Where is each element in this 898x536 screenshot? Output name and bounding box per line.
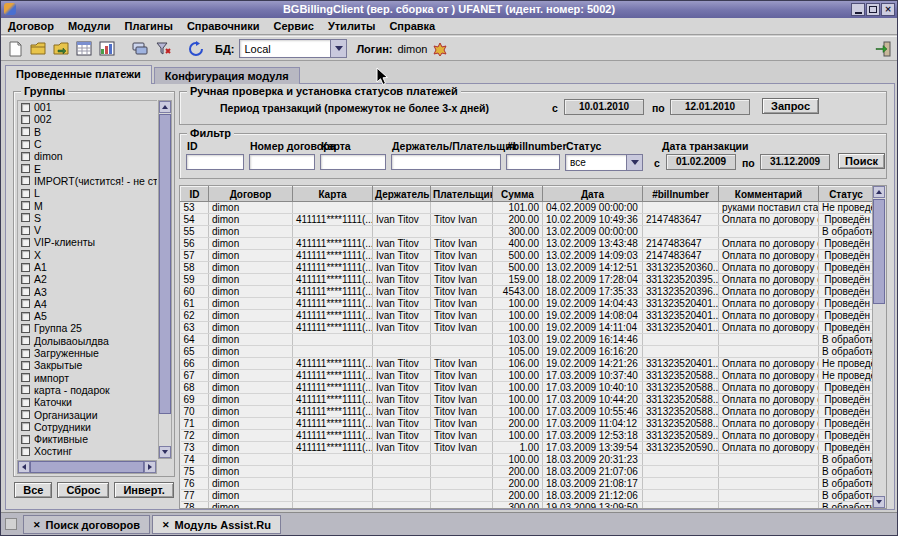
checkbox-icon[interactable]: [21, 447, 30, 456]
scrollbar-thumb[interactable]: [159, 114, 171, 414]
checkbox-icon[interactable]: [21, 263, 30, 272]
scroll-left-button[interactable]: [18, 461, 30, 473]
checkbox-icon[interactable]: [21, 115, 30, 124]
maximize-button[interactable]: [866, 3, 880, 16]
column-header[interactable]: Карта: [293, 187, 373, 202]
menu-item-3[interactable]: Справочники: [180, 18, 267, 34]
status-combobox[interactable]: все: [565, 154, 643, 171]
group-item[interactable]: VIP-клиенты: [18, 236, 157, 248]
search-button[interactable]: Поиск: [838, 153, 885, 169]
checkbox-icon[interactable]: [21, 140, 30, 149]
table-row[interactable]: 65dimon105.0019.02.2009 16:16:20В обрабо…: [181, 346, 874, 358]
checkbox-icon[interactable]: [21, 226, 30, 235]
invert-button[interactable]: Инверт.: [114, 482, 173, 498]
menu-item-4[interactable]: Сервис: [266, 18, 320, 34]
bottom-tab-0[interactable]: ✕Поиск договоров: [23, 515, 150, 534]
checkbox-icon[interactable]: [21, 250, 30, 259]
checkbox-icon[interactable]: [21, 398, 30, 407]
scrollbar-thumb[interactable]: [30, 461, 144, 473]
reset-button[interactable]: Сброс: [57, 482, 109, 498]
clear-filter-icon[interactable]: [153, 39, 173, 59]
group-item[interactable]: A4: [18, 298, 157, 310]
scroll-up-button[interactable]: [159, 101, 171, 113]
table-row[interactable]: 74dimon100.0018.03.2009 20:31:23В обрабо…: [181, 454, 874, 466]
group-item[interactable]: Долываоылдва: [18, 335, 157, 347]
table-row[interactable]: 72dimon411111****1111(...Ivan TitovTitov…: [181, 430, 874, 442]
group-item[interactable]: Группа 25: [18, 322, 157, 334]
open-folder-icon[interactable]: [28, 39, 48, 59]
group-item[interactable]: E: [18, 162, 157, 174]
group-item[interactable]: импорт: [18, 372, 157, 384]
group-item[interactable]: Фиктивные: [18, 433, 157, 445]
column-header[interactable]: Держатель: [373, 187, 431, 202]
checkbox-icon[interactable]: [21, 164, 30, 173]
column-header[interactable]: Плательщик: [431, 187, 493, 202]
table-row[interactable]: 73dimon411111****1111(...Ivan TitovTitov…: [181, 442, 874, 454]
filter-holder-input[interactable]: [391, 154, 501, 170]
table-row[interactable]: 76dimon200.0018.03.2009 21:08:17В обрабо…: [181, 478, 874, 490]
column-header[interactable]: Статус: [819, 187, 874, 202]
table-row[interactable]: 54dimon411111****1111(...Ivan TitovTitov…: [181, 214, 874, 226]
group-item[interactable]: M: [18, 199, 157, 211]
period-to-field[interactable]: 12.01.2010: [670, 99, 750, 115]
scroll-right-button[interactable]: [144, 461, 156, 473]
table-row[interactable]: 64dimon103.0019.02.2009 16:14:46В обрабо…: [181, 334, 874, 346]
table-row[interactable]: 62dimon411111****1111(...Ivan TitovTitov…: [181, 310, 874, 322]
group-item[interactable]: L: [18, 187, 157, 199]
column-header[interactable]: #billnumber: [643, 187, 719, 202]
menu-item-5[interactable]: Утилиты: [321, 18, 383, 34]
table-row[interactable]: 63dimon411111****1111(...Ivan TitovTitov…: [181, 322, 874, 334]
group-item[interactable]: A5: [18, 310, 157, 322]
scroll-down-button[interactable]: [873, 496, 885, 508]
cards-icon[interactable]: [130, 39, 150, 59]
close-icon[interactable]: ✕: [33, 520, 41, 530]
combo-arrow-button[interactable]: [330, 40, 346, 57]
checkbox-icon[interactable]: [21, 287, 30, 296]
exit-icon[interactable]: [873, 39, 893, 59]
checkbox-icon[interactable]: [21, 201, 30, 210]
checkbox-icon[interactable]: [21, 176, 30, 185]
checkbox-icon[interactable]: [21, 213, 30, 222]
table-icon[interactable]: [74, 39, 94, 59]
checkbox-icon[interactable]: [21, 422, 30, 431]
table-row[interactable]: 53dimon101.0004.02.2009 00:00:00руками п…: [181, 202, 874, 214]
group-item[interactable]: 001: [18, 101, 157, 113]
checkbox-icon[interactable]: [21, 373, 30, 382]
filter-billnumber-input[interactable]: [506, 154, 560, 170]
column-header[interactable]: Сумма: [493, 187, 543, 202]
menu-item-6[interactable]: Справка: [382, 18, 442, 34]
checkbox-icon[interactable]: [21, 361, 30, 370]
checkbox-icon[interactable]: [21, 349, 30, 358]
close-button[interactable]: ✕: [881, 3, 895, 16]
tab-module-config[interactable]: Конфигурация модуля: [154, 67, 300, 84]
filter-contract-input[interactable]: [249, 154, 315, 170]
checkbox-icon[interactable]: [21, 299, 30, 308]
bottom-tab-1[interactable]: ✕Модуль Assist.Ru: [152, 515, 281, 534]
import-folder-icon[interactable]: [51, 39, 71, 59]
group-item[interactable]: IMPORT(чистится! - не ст: [18, 175, 157, 187]
table-row[interactable]: 55dimon300.0013.02.2009 00:00:00В обрабо…: [181, 226, 874, 238]
column-header[interactable]: Комментарий: [719, 187, 819, 202]
table-vertical-scrollbar[interactable]: [872, 186, 886, 508]
table-row[interactable]: 78dimon300.0019.03.2009 13:09:50В обрабо…: [181, 502, 874, 510]
groups-vertical-scrollbar[interactable]: [158, 100, 172, 459]
filter-to-field[interactable]: 31.12.2009: [760, 154, 830, 170]
table-row[interactable]: 59dimon411111****1111(...Ivan TitovTitov…: [181, 274, 874, 286]
filter-id-input[interactable]: [186, 154, 244, 170]
menu-item-0[interactable]: Договор: [1, 18, 61, 34]
group-item[interactable]: Закрытые: [18, 359, 157, 371]
checkbox-icon[interactable]: [21, 103, 30, 112]
group-item[interactable]: A3: [18, 285, 157, 297]
minimize-button[interactable]: [851, 3, 865, 16]
checkbox-icon[interactable]: [21, 312, 30, 321]
table-row[interactable]: 68dimon411111****1111(...Ivan TitovTitov…: [181, 382, 874, 394]
column-header[interactable]: Договор: [209, 187, 293, 202]
select-all-button[interactable]: Все: [14, 482, 52, 498]
checkbox-icon[interactable]: [21, 275, 30, 284]
refresh-icon[interactable]: [186, 39, 206, 59]
table-row[interactable]: 66dimon411111****1111(...Ivan TitovTitov…: [181, 358, 874, 370]
checkbox-icon[interactable]: [21, 324, 30, 333]
period-from-field[interactable]: 10.01.2010: [564, 99, 644, 115]
table-row[interactable]: 77dimon200.0018.03.2009 21:12:06В обрабо…: [181, 490, 874, 502]
scroll-down-button[interactable]: [159, 446, 171, 458]
